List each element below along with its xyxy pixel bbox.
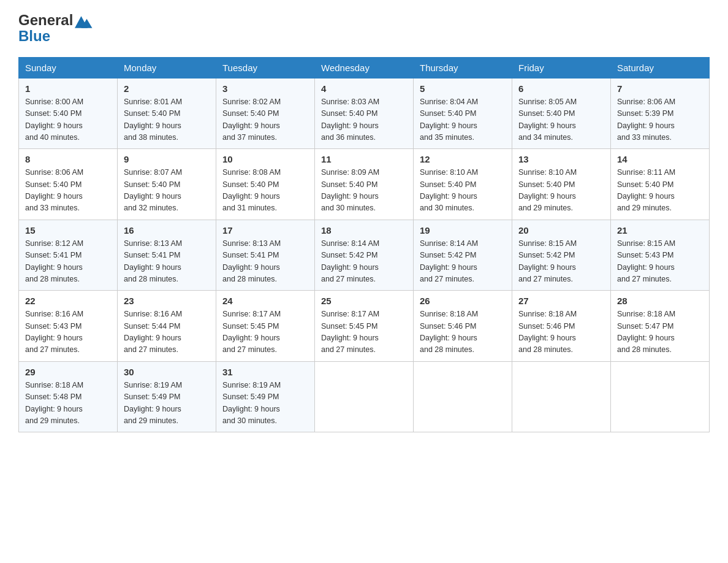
day-info: Sunrise: 8:17 AM Sunset: 5:45 PM Dayligh…: [321, 308, 407, 356]
calendar-cell: 26 Sunrise: 8:18 AM Sunset: 5:46 PM Dayl…: [414, 291, 512, 362]
day-number: 26: [420, 296, 506, 306]
calendar-cell: [315, 361, 414, 432]
calendar-cell: 1 Sunrise: 8:00 AM Sunset: 5:40 PM Dayli…: [19, 78, 118, 149]
logo-triangle-icon: [75, 12, 93, 28]
day-number: 8: [25, 154, 111, 164]
calendar-cell: [414, 361, 512, 432]
weekday-header-sunday: Sunday: [19, 57, 118, 78]
calendar-cell: 12 Sunrise: 8:10 AM Sunset: 5:40 PM Dayl…: [414, 149, 512, 220]
day-info: Sunrise: 8:15 AM Sunset: 5:43 PM Dayligh…: [617, 238, 703, 286]
day-info: Sunrise: 8:05 AM Sunset: 5:40 PM Dayligh…: [518, 96, 604, 144]
calendar-cell: 28 Sunrise: 8:18 AM Sunset: 5:47 PM Dayl…: [611, 291, 710, 362]
weekday-header-thursday: Thursday: [414, 57, 512, 78]
day-number: 25: [321, 296, 407, 306]
day-info: Sunrise: 8:16 AM Sunset: 5:43 PM Dayligh…: [25, 308, 111, 356]
weekday-header-monday: Monday: [118, 57, 216, 78]
logo: General Blue: [18, 12, 93, 45]
calendar-cell: 22 Sunrise: 8:16 AM Sunset: 5:43 PM Dayl…: [19, 291, 118, 362]
calendar-cell: 2 Sunrise: 8:01 AM Sunset: 5:40 PM Dayli…: [118, 78, 216, 149]
calendar-cell: 30 Sunrise: 8:19 AM Sunset: 5:49 PM Dayl…: [118, 361, 216, 432]
calendar-week-row: 8 Sunrise: 8:06 AM Sunset: 5:40 PM Dayli…: [19, 149, 710, 220]
day-number: 17: [222, 225, 308, 236]
calendar-cell: 13 Sunrise: 8:10 AM Sunset: 5:40 PM Dayl…: [512, 149, 611, 220]
day-info: Sunrise: 8:13 AM Sunset: 5:41 PM Dayligh…: [222, 238, 308, 286]
calendar-cell: 25 Sunrise: 8:17 AM Sunset: 5:45 PM Dayl…: [315, 291, 414, 362]
day-number: 12: [420, 154, 506, 164]
calendar-cell: 31 Sunrise: 8:19 AM Sunset: 5:49 PM Dayl…: [216, 361, 315, 432]
calendar-table: SundayMondayTuesdayWednesdayThursdayFrid…: [18, 57, 710, 433]
day-number: 28: [617, 296, 703, 306]
calendar-cell: 9 Sunrise: 8:07 AM Sunset: 5:40 PM Dayli…: [118, 149, 216, 220]
calendar-cell: 24 Sunrise: 8:17 AM Sunset: 5:45 PM Dayl…: [216, 291, 315, 362]
calendar-cell: 23 Sunrise: 8:16 AM Sunset: 5:44 PM Dayl…: [118, 291, 216, 362]
day-info: Sunrise: 8:13 AM Sunset: 5:41 PM Dayligh…: [124, 238, 210, 286]
weekday-header-tuesday: Tuesday: [216, 57, 315, 78]
day-info: Sunrise: 8:16 AM Sunset: 5:44 PM Dayligh…: [124, 308, 210, 356]
day-info: Sunrise: 8:03 AM Sunset: 5:40 PM Dayligh…: [321, 96, 407, 144]
calendar-week-row: 15 Sunrise: 8:12 AM Sunset: 5:41 PM Dayl…: [19, 220, 710, 291]
day-info: Sunrise: 8:18 AM Sunset: 5:46 PM Dayligh…: [420, 308, 506, 356]
day-number: 10: [222, 154, 308, 164]
day-number: 7: [617, 83, 703, 94]
day-info: Sunrise: 8:10 AM Sunset: 5:40 PM Dayligh…: [518, 167, 604, 215]
calendar-cell: 21 Sunrise: 8:15 AM Sunset: 5:43 PM Dayl…: [611, 220, 710, 291]
calendar-week-row: 22 Sunrise: 8:16 AM Sunset: 5:43 PM Dayl…: [19, 291, 710, 362]
day-info: Sunrise: 8:11 AM Sunset: 5:40 PM Dayligh…: [617, 167, 703, 215]
calendar-week-row: 29 Sunrise: 8:18 AM Sunset: 5:48 PM Dayl…: [19, 361, 710, 432]
calendar-cell: 4 Sunrise: 8:03 AM Sunset: 5:40 PM Dayli…: [315, 78, 414, 149]
day-info: Sunrise: 8:19 AM Sunset: 5:49 PM Dayligh…: [124, 380, 210, 427]
day-number: 31: [222, 367, 308, 377]
day-number: 23: [124, 296, 210, 306]
calendar-cell: 7 Sunrise: 8:06 AM Sunset: 5:39 PM Dayli…: [611, 78, 710, 149]
day-info: Sunrise: 8:18 AM Sunset: 5:48 PM Dayligh…: [25, 380, 111, 427]
calendar-cell: 27 Sunrise: 8:18 AM Sunset: 5:46 PM Dayl…: [512, 291, 611, 362]
day-number: 6: [518, 83, 604, 94]
day-number: 9: [124, 154, 210, 164]
weekday-header-saturday: Saturday: [611, 57, 710, 78]
day-number: 30: [124, 367, 210, 377]
day-info: Sunrise: 8:06 AM Sunset: 5:39 PM Dayligh…: [617, 96, 703, 144]
day-number: 18: [321, 225, 407, 236]
day-number: 2: [124, 83, 210, 94]
weekday-header-wednesday: Wednesday: [315, 57, 414, 78]
calendar-cell: 6 Sunrise: 8:05 AM Sunset: 5:40 PM Dayli…: [512, 78, 611, 149]
day-info: Sunrise: 8:14 AM Sunset: 5:42 PM Dayligh…: [420, 238, 506, 286]
calendar-cell: 29 Sunrise: 8:18 AM Sunset: 5:48 PM Dayl…: [19, 361, 118, 432]
day-number: 11: [321, 154, 407, 164]
calendar-cell: 5 Sunrise: 8:04 AM Sunset: 5:40 PM Dayli…: [414, 78, 512, 149]
day-number: 16: [124, 225, 210, 236]
day-number: 24: [222, 296, 308, 306]
day-number: 13: [518, 154, 604, 164]
logo-general-text: General: [18, 12, 73, 28]
day-info: Sunrise: 8:18 AM Sunset: 5:46 PM Dayligh…: [518, 308, 604, 356]
day-number: 5: [420, 83, 506, 94]
weekday-header-friday: Friday: [512, 57, 611, 78]
calendar-cell: 19 Sunrise: 8:14 AM Sunset: 5:42 PM Dayl…: [414, 220, 512, 291]
day-number: 20: [518, 225, 604, 236]
calendar-cell: 3 Sunrise: 8:02 AM Sunset: 5:40 PM Dayli…: [216, 78, 315, 149]
day-info: Sunrise: 8:10 AM Sunset: 5:40 PM Dayligh…: [420, 167, 506, 215]
calendar-cell: 18 Sunrise: 8:14 AM Sunset: 5:42 PM Dayl…: [315, 220, 414, 291]
calendar-cell: 20 Sunrise: 8:15 AM Sunset: 5:42 PM Dayl…: [512, 220, 611, 291]
day-number: 15: [25, 225, 111, 236]
day-number: 14: [617, 154, 703, 164]
day-number: 1: [25, 83, 111, 94]
day-info: Sunrise: 8:01 AM Sunset: 5:40 PM Dayligh…: [124, 96, 210, 144]
calendar-cell: 15 Sunrise: 8:12 AM Sunset: 5:41 PM Dayl…: [19, 220, 118, 291]
day-number: 27: [518, 296, 604, 306]
day-number: 21: [617, 225, 703, 236]
day-info: Sunrise: 8:00 AM Sunset: 5:40 PM Dayligh…: [25, 96, 111, 144]
day-info: Sunrise: 8:12 AM Sunset: 5:41 PM Dayligh…: [25, 238, 111, 286]
day-info: Sunrise: 8:07 AM Sunset: 5:40 PM Dayligh…: [124, 167, 210, 215]
logo-blue-text: Blue: [18, 28, 50, 44]
weekday-header-row: SundayMondayTuesdayWednesdayThursdayFrid…: [19, 57, 710, 78]
day-number: 29: [25, 367, 111, 377]
day-number: 3: [222, 83, 308, 94]
calendar-week-row: 1 Sunrise: 8:00 AM Sunset: 5:40 PM Dayli…: [19, 78, 710, 149]
calendar-cell: 8 Sunrise: 8:06 AM Sunset: 5:40 PM Dayli…: [19, 149, 118, 220]
calendar-cell: 10 Sunrise: 8:08 AM Sunset: 5:40 PM Dayl…: [216, 149, 315, 220]
day-number: 22: [25, 296, 111, 306]
day-info: Sunrise: 8:09 AM Sunset: 5:40 PM Dayligh…: [321, 167, 407, 215]
calendar-cell: [512, 361, 611, 432]
day-info: Sunrise: 8:19 AM Sunset: 5:49 PM Dayligh…: [222, 380, 308, 427]
